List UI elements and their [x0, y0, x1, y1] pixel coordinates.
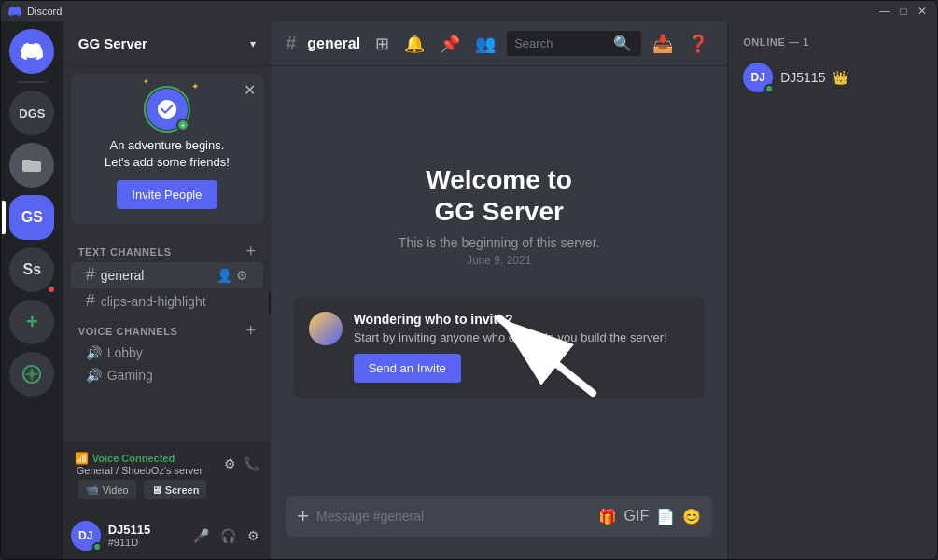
active-indicator — [2, 201, 6, 234]
attach-button[interactable]: + — [297, 504, 309, 528]
channel-clips[interactable]: # clips-and-highlight — [71, 288, 263, 315]
invite-popup: ✕ + ✦ ✦ An adventure begins. Let's add s… — [71, 74, 263, 224]
member-avatar: DJ — [743, 63, 773, 92]
chevron-down-icon: ▾ — [250, 37, 256, 50]
server-gs-wrapper: GS — [9, 195, 54, 240]
crown-icon: 👑 — [833, 70, 848, 85]
title-bar-title: Discord — [27, 6, 62, 17]
voice-channels-section: VOICE CHANNELS + Create Channel 🔊 — [63, 318, 271, 386]
video-button[interactable]: 📹 Video — [78, 480, 136, 499]
text-channels-section: TEXT CHANNELS + # general 👤 ⚙ — [63, 239, 271, 315]
channel-general-name: general — [101, 268, 145, 283]
member-name: DJ5115 — [780, 70, 825, 85]
server-list: DGS GS Ss + — [1, 21, 63, 559]
invite-people-button[interactable]: Invite People — [117, 180, 217, 209]
invite-card: Wondering who to invite? Start by inviti… — [294, 297, 705, 398]
gif-icon[interactable]: GIF — [624, 508, 650, 525]
server-ss[interactable]: Ss — [9, 247, 54, 292]
channel-hash-icon: # — [86, 265, 95, 285]
deafen-icon[interactable]: 🎧 — [217, 525, 240, 547]
username: DJ5115 — [108, 523, 182, 537]
server-gs[interactable]: GS — [9, 195, 54, 240]
star-icon: ✦ — [191, 81, 199, 91]
channel-clips-name: clips-and-highlight — [101, 294, 206, 309]
bell-icon[interactable]: 🔔 — [400, 30, 428, 58]
notification-dot — [47, 285, 56, 294]
user-tag: #911D — [108, 537, 182, 548]
pin-icon[interactable]: 📌 — [436, 30, 464, 58]
search-input[interactable] — [514, 36, 608, 50]
speaker-icon-2: 🔊 — [86, 368, 102, 383]
user-settings-icon[interactable]: ⚙ — [244, 525, 263, 547]
voice-connected-bar: 📶 Voice Connected General / ShoebOz's se… — [63, 441, 271, 511]
message-actions: 🎁 GIF 📄 😊 — [598, 508, 702, 525]
title-bar: Discord — □ ✕ — [1, 1, 937, 21]
voice-settings-icon[interactable]: ⚙ — [224, 456, 236, 471]
screen-button[interactable]: 🖥 Screen — [144, 480, 207, 499]
maximize-button[interactable]: □ — [896, 4, 911, 19]
video-icon: 📹 — [86, 483, 99, 496]
voice-channel-lobby[interactable]: 🔊 Lobby — [71, 342, 263, 364]
user-status-dot — [92, 542, 102, 552]
hashtag-icon[interactable]: ⊞ — [371, 30, 393, 58]
message-input-box: + 🎁 GIF 📄 😊 — [286, 496, 712, 537]
app-body: DGS GS Ss + — [1, 21, 937, 559]
server-dgs[interactable]: DGS — [9, 91, 54, 135]
server-folder[interactable] — [9, 143, 54, 188]
members-icon[interactable]: 👥 — [471, 30, 499, 58]
help-icon[interactable]: ❓ — [684, 30, 712, 58]
signal-icon: 📶 — [75, 452, 89, 465]
star-icon-2: ✦ — [143, 77, 149, 86]
channel-actions: 👤 ⚙ — [217, 268, 248, 283]
screen-row: 📹 Video 🖥 Screen — [71, 476, 263, 503]
screen-icon: 🖥 — [151, 484, 161, 496]
popup-title-text: An adventure begins. Let's add some frie… — [105, 138, 230, 169]
add-voice-channel-button[interactable]: + Create Channel — [246, 321, 257, 340]
voice-channels-header[interactable]: VOICE CHANNELS + Create Channel — [63, 318, 271, 342]
server-folder-wrapper — [9, 143, 54, 188]
server-discord[interactable] — [9, 29, 54, 74]
gift-icon[interactable]: 🎁 — [598, 508, 617, 525]
add-text-channel-button[interactable]: + — [246, 242, 257, 260]
voice-channel-gaming[interactable]: 🔊 Gaming — [71, 364, 263, 386]
popup-close-button[interactable]: ✕ — [244, 81, 256, 99]
close-button[interactable]: ✕ — [915, 4, 930, 19]
user-info-bar: DJ DJ5115 #911D 🎤 🎧 ⚙ — [63, 511, 271, 559]
welcome-section: Welcome toGG Server This is the beginnin… — [399, 164, 600, 266]
user-details: DJ5115 #911D — [108, 523, 182, 548]
header-hash-icon: # — [286, 33, 296, 54]
server-explore[interactable] — [9, 352, 54, 397]
server-header[interactable]: GG Server ▾ — [63, 21, 271, 66]
send-invite-button[interactable]: Send an Invite — [354, 354, 461, 383]
welcome-desc: This is the beginning of this server. — [399, 235, 600, 250]
emoji-icon[interactable]: 😊 — [682, 508, 701, 525]
channel-general[interactable]: # general 👤 ⚙ — [71, 262, 263, 288]
channel-header-name: general — [307, 35, 360, 52]
sticker-icon[interactable]: 📄 — [656, 508, 675, 525]
server-dgs-wrapper: DGS — [9, 91, 54, 135]
channel-header: # general ⊞ 🔔 📌 👥 🔍 📥 ❓ — [271, 21, 727, 66]
voice-channel-lobby-name: Lobby — [107, 345, 143, 360]
inbox-icon[interactable]: 📥 — [649, 30, 677, 58]
server-add[interactable]: + — [9, 300, 54, 344]
server-divider — [17, 81, 47, 83]
voice-channel-path: General / ShoebOz's server — [75, 465, 203, 476]
minimize-button[interactable]: — — [877, 4, 892, 19]
settings-icon[interactable]: ⚙ — [236, 268, 248, 283]
mute-icon[interactable]: 🎤 — [189, 525, 213, 547]
member-item[interactable]: DJ DJ5115 👑 — [743, 59, 922, 96]
screen-label: Screen — [165, 484, 200, 496]
user-avatar: DJ — [71, 521, 101, 551]
message-input[interactable] — [316, 509, 591, 524]
text-channels-header[interactable]: TEXT CHANNELS + — [63, 239, 271, 262]
svg-marker-1 — [24, 367, 40, 383]
popup-title: An adventure begins. Let's add some frie… — [86, 137, 248, 171]
message-area: Welcome toGG Server This is the beginnin… — [271, 66, 727, 496]
speaker-icon: 🔊 — [86, 345, 102, 360]
invite-card-desc: Start by inviting anyone who can help yo… — [354, 330, 690, 344]
channel-sidebar: GG Server ▾ ✕ + ✦ ✦ An adventure begin — [63, 21, 271, 559]
discord-logo-icon — [8, 5, 21, 18]
disconnect-icon[interactable]: 📞 — [244, 456, 259, 471]
invite-card-title: Wondering who to invite? — [354, 312, 690, 327]
add-member-icon[interactable]: 👤 — [217, 268, 232, 283]
